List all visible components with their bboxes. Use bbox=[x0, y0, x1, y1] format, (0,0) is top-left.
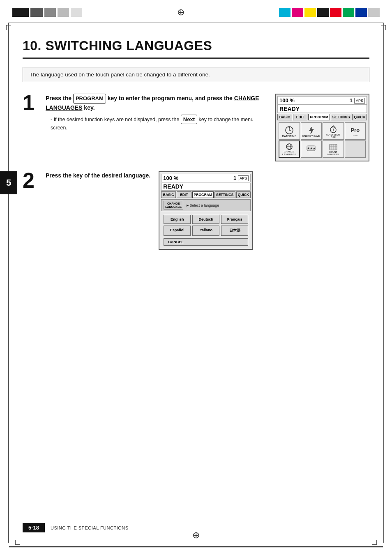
s1-icons-bottom: CHANGELANGUAGE ★★★ ...... bbox=[277, 140, 367, 159]
s1-pro-dots: ...... bbox=[353, 133, 357, 136]
s1-aps: APS bbox=[354, 98, 365, 104]
step1-text2: key to enter the program menu, and press… bbox=[106, 95, 234, 101]
bar-lighter bbox=[71, 8, 82, 17]
bar-red bbox=[330, 8, 341, 17]
s2-cancel-row: CANCEL bbox=[161, 237, 251, 247]
s2-select-label: ►Select a language bbox=[186, 203, 219, 207]
s1-pro-label: Pro bbox=[350, 127, 360, 133]
color-bars-left bbox=[12, 8, 82, 17]
lang-btn-italiano[interactable]: Italiano bbox=[192, 226, 219, 236]
s2-menu-settings: SETTINGS bbox=[214, 191, 235, 198]
s1-changelang-label: CHANGELANGUAGE bbox=[282, 150, 296, 156]
step-1-left: Press the PROGRAM key to enter the progr… bbox=[46, 94, 267, 161]
s1-ready: READY bbox=[277, 105, 367, 113]
step-2-left: Press the key of the desired language. bbox=[46, 171, 150, 250]
auto-shutoff-icon bbox=[329, 124, 338, 134]
corner-marks-top bbox=[0, 25, 392, 31]
bar-yellow bbox=[304, 8, 316, 17]
bar-green bbox=[343, 8, 354, 17]
s2-cancel-btn[interactable]: CANCEL bbox=[164, 238, 248, 246]
s2-aps: APS bbox=[238, 175, 249, 181]
step-1-number: 1 bbox=[23, 92, 38, 113]
intro-box: The language used on the touch panel can… bbox=[23, 67, 369, 82]
color-bars-right bbox=[279, 8, 380, 17]
step-1-row: 1 Press the PROGRAM key to enter the pro… bbox=[23, 94, 369, 161]
s1-datetime-label: DATE/TIME bbox=[282, 135, 296, 138]
svg-text:★★★: ★★★ bbox=[307, 147, 316, 150]
s1-menu-bar: BASIC EDIT PROGRAM SETTINGS QUICK bbox=[277, 114, 367, 120]
side-tab-number: 5 bbox=[6, 177, 11, 188]
step-1-note: - If the desired function keys are not d… bbox=[51, 115, 267, 132]
step1-text1: Press the bbox=[46, 95, 73, 101]
program-key: PROGRAM bbox=[73, 94, 106, 104]
step1-text3: key. bbox=[82, 104, 95, 111]
s1-icon-empty bbox=[345, 140, 366, 158]
step-2-row: 5 2 Press the key of the desired languag… bbox=[23, 171, 369, 250]
bar-gray bbox=[44, 8, 56, 17]
s2-lang-grid: English Deutsch Français Español Italian… bbox=[161, 213, 251, 237]
s2-menu-basic: BASIC bbox=[161, 191, 176, 198]
s1-icons-top: DATE/TIME ENERGY SAVE bbox=[277, 122, 367, 140]
s1-auto-label: AUTO SHUT OFF bbox=[324, 134, 343, 138]
step-2-content-wrap: Press the key of the desired language. 1… bbox=[46, 171, 253, 250]
bar-lightgray bbox=[58, 8, 69, 17]
s2-menu-edit: EDIT bbox=[177, 191, 191, 198]
stars-icon: ★★★ bbox=[307, 145, 316, 151]
s1-icon-count: COUNT NUMBERS bbox=[323, 140, 344, 158]
bar-blue bbox=[355, 8, 367, 17]
bottom-border bbox=[0, 540, 392, 549]
s2-copies: 1 bbox=[233, 175, 236, 181]
s2-menu-quick: QUICK bbox=[236, 191, 251, 198]
steps-container: 1 Press the PROGRAM key to enter the pro… bbox=[23, 94, 369, 260]
s2-menu-bar: BASIC EDIT PROGRAM SETTINGS QUICK bbox=[161, 191, 251, 198]
print-marks-top bbox=[0, 0, 392, 23]
lang-btn-japanese[interactable]: 日本語 bbox=[221, 226, 248, 236]
note-prefix: - If the desired function keys are not d… bbox=[51, 117, 181, 122]
s1-menu-basic: BASIC bbox=[277, 114, 292, 120]
s1-count-label: COUNT NUMBERS bbox=[324, 151, 343, 156]
crosshair-top bbox=[175, 6, 187, 18]
s1-menu-program: PROGRAM bbox=[308, 114, 330, 120]
page-number-badge: 5-18 bbox=[23, 523, 45, 532]
bar-lgray bbox=[368, 8, 380, 17]
lang-btn-deutsch[interactable]: Deutsch bbox=[192, 215, 219, 224]
step-1-instruction: Press the PROGRAM key to enter the progr… bbox=[46, 94, 267, 112]
corner-br bbox=[372, 540, 377, 545]
bar-black bbox=[12, 8, 29, 17]
s2-changelang-btn: CHANGELANGUAGE bbox=[164, 201, 183, 210]
s1-stars-label: ...... bbox=[309, 151, 313, 154]
lang-btn-francais[interactable]: Français bbox=[221, 215, 248, 224]
s1-menu-edit: EDIT bbox=[293, 114, 308, 120]
s2-ready: READY bbox=[161, 183, 251, 191]
s1-icon-changelang: CHANGELANGUAGE bbox=[279, 140, 300, 158]
s1-menu-settings: SETTINGS bbox=[331, 114, 352, 120]
s1-icon-pro: Pro ...... bbox=[345, 122, 366, 140]
s1-icon-datetime: DATE/TIME bbox=[279, 122, 300, 140]
count-icon bbox=[329, 143, 338, 151]
s1-menu-quick: QUICK bbox=[352, 114, 367, 120]
s2-menu-program: PROGRAM bbox=[192, 191, 214, 198]
s1-percent: 100 % bbox=[279, 97, 295, 104]
s1-copies: 1 bbox=[350, 97, 353, 104]
s1-icon-auto: AUTO SHUT OFF bbox=[323, 122, 344, 140]
step-2-number: 2 bbox=[23, 170, 38, 191]
step-1-content-wrap: Press the PROGRAM key to enter the progr… bbox=[46, 94, 369, 161]
energy-icon bbox=[307, 126, 316, 135]
corner-bl bbox=[15, 540, 20, 545]
svg-point-3 bbox=[288, 127, 290, 128]
lang-btn-espanol[interactable]: Español bbox=[164, 226, 191, 236]
s1-energy-label: ENERGY SAVE bbox=[302, 135, 320, 137]
step-2-instruction: Press the key of the desired language. bbox=[46, 171, 150, 180]
side-tab: 5 bbox=[0, 171, 17, 194]
bar-magenta bbox=[292, 8, 303, 17]
s2-lang-header: CHANGELANGUAGE ►Select a language bbox=[161, 199, 251, 211]
bar-cyan bbox=[279, 8, 291, 17]
lang-btn-english[interactable]: English bbox=[164, 215, 191, 224]
next-key: Next bbox=[181, 115, 197, 124]
footer: 5-18 USING THE SPECIAL FUNCTIONS bbox=[0, 523, 392, 532]
intro-text: The language used on the touch panel can… bbox=[30, 71, 210, 78]
corner-marks-bottom bbox=[9, 540, 383, 546]
clock-icon bbox=[285, 126, 294, 135]
s1-icon-energy: ENERGY SAVE bbox=[301, 122, 322, 140]
screen2-mockup: 100 % 1 APS READY BASIC EDIT PROGRAM SET… bbox=[159, 171, 253, 250]
